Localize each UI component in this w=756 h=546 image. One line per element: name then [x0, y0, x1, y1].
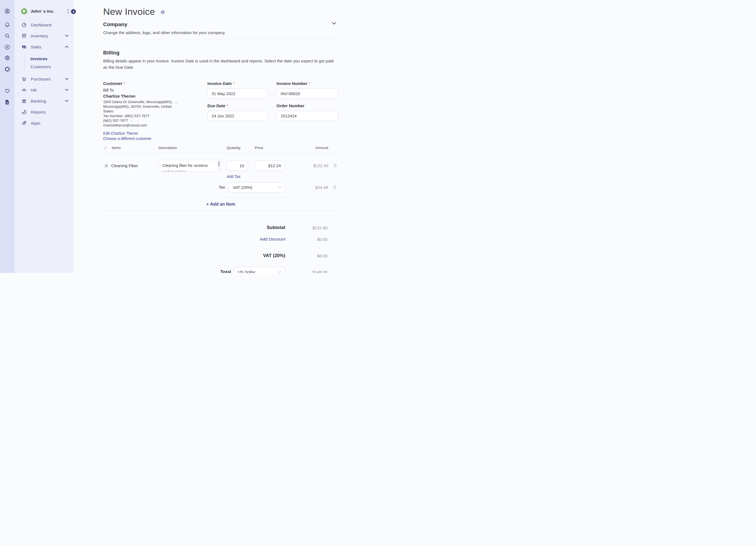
settings-gear-icon[interactable]	[4, 55, 10, 61]
user-profile-icon[interactable]	[4, 8, 10, 14]
delete-item-trash-icon[interactable]	[333, 163, 338, 168]
chevron-up-icon	[65, 46, 69, 48]
amount-column-header: Amount	[315, 146, 328, 150]
tax-amount: $24.48	[315, 182, 328, 193]
due-date-input[interactable]	[207, 111, 268, 121]
billing-section-description: Billing details appear in your invoice. …	[103, 58, 338, 70]
delete-tax-trash-icon[interactable]	[333, 185, 337, 190]
invoice-number-input[interactable]	[276, 89, 338, 99]
item-price-input[interactable]	[255, 161, 285, 171]
dashboard-gauge-icon	[21, 22, 27, 28]
due-date-label: Due Date	[207, 103, 225, 108]
totals-section: Subtotal $122.40 Add Discount $0.00 VAT …	[103, 225, 338, 273]
currency-select-value: US Dollar	[238, 267, 255, 273]
item-name[interactable]: Cleaning Fiber	[111, 160, 138, 172]
subtotal-row: Subtotal $122.40	[103, 225, 338, 232]
company-switcher-icon[interactable]	[67, 9, 70, 14]
page-title: New Invoice	[103, 6, 155, 17]
divider	[103, 40, 338, 40]
sidebar-item-sales[interactable]: Sales	[15, 41, 73, 52]
item-quantity-input[interactable]	[227, 161, 248, 171]
customer-label: Customer	[103, 81, 122, 86]
company-selector[interactable]: John' s Inc.	[21, 8, 70, 15]
sidebar-item-label: Sales	[31, 45, 42, 49]
sidebar-item-reports[interactable]: Reports	[15, 106, 73, 117]
required-asterisk: *	[309, 81, 310, 86]
notifications-bell-icon[interactable]	[4, 22, 10, 28]
document-icon[interactable]	[4, 99, 10, 105]
item-amount: $122.40	[313, 160, 328, 172]
company-section-chevron-down-icon[interactable]	[332, 22, 336, 25]
sidebar-item-label: HR	[31, 88, 37, 92]
apps-rocket-icon	[21, 120, 27, 126]
sidebar-item-inventory[interactable]: Inventory	[15, 30, 73, 41]
customer-email: charlizetheron@icloud.com	[103, 123, 207, 128]
favorites-heart-icon[interactable]	[4, 88, 10, 94]
description-column-header: Description	[158, 146, 177, 150]
banking-bank-icon	[21, 98, 27, 104]
company-logo-icon	[21, 8, 28, 15]
divider	[103, 75, 338, 75]
sidebar-collapse-button[interactable]	[71, 9, 76, 14]
company-section-title: Company	[103, 21, 338, 28]
sidebar-item-apps[interactable]: Apps	[15, 117, 73, 128]
sidebar-item-invoices[interactable]: Invoices	[15, 55, 73, 63]
reports-pie-icon	[21, 109, 27, 115]
sidebar-item-banking[interactable]: Banking	[15, 95, 73, 106]
total-value: $146.88	[313, 270, 327, 273]
divider	[103, 210, 338, 211]
sidebar-item-label: Dashboard	[31, 23, 51, 27]
invoice-date-input[interactable]	[207, 89, 268, 99]
drag-list-icon[interactable]	[104, 163, 109, 168]
chevron-down-icon	[65, 100, 69, 102]
customer-tax-number: Tax Number: (662) 537-7677	[103, 114, 207, 118]
invoice-number-label: Invoice Number	[276, 81, 308, 86]
customer-name: Charlize Theron	[103, 94, 207, 99]
scrollbar-thumb[interactable]	[218, 161, 220, 166]
sidebar-item-label: Invoices	[31, 56, 48, 61]
sidebar-item-purchases[interactable]: Purchases	[15, 73, 73, 84]
order-number-input[interactable]	[276, 111, 338, 121]
sidebar-item-label: Inventory	[31, 34, 48, 38]
sidebar-item-label: Purchases	[31, 77, 51, 81]
edit-customer-link[interactable]: Edit Charlize Theron	[103, 131, 207, 136]
item-description-text: Cleaning fiber for screens and monitors	[162, 163, 208, 172]
add-tax-link[interactable]: Add Tax	[227, 174, 240, 179]
sidebar-item-label: Banking	[31, 99, 46, 103]
add-discount-link[interactable]: Add Discount	[260, 237, 285, 242]
billing-section-title: Billing	[103, 50, 338, 56]
help-life-ring-icon[interactable]	[4, 66, 10, 72]
add-plus-circle-icon[interactable]	[4, 44, 10, 50]
item-description-textarea[interactable]: Cleaning fiber for screens and monitors	[158, 160, 221, 172]
sidebar-item-customers[interactable]: Customers	[15, 63, 73, 71]
main-content: New Invoice Company Change the address, …	[73, 0, 378, 273]
company-name: John' s Inc.	[31, 9, 64, 14]
price-column-header: Price	[255, 146, 263, 150]
sidebar-item-dashboard[interactable]: Dashboard	[15, 19, 73, 30]
favorite-star-icon[interactable]	[160, 9, 166, 15]
currency-select[interactable]: US Dollar	[233, 267, 285, 273]
sales-submenu: Invoices Customers	[15, 52, 73, 73]
tax-select[interactable]: VAT (20%)	[228, 182, 285, 193]
order-number-field: Order Number	[276, 103, 338, 121]
divider	[103, 153, 338, 153]
sidebar-item-label: Customers	[31, 64, 51, 69]
chevron-down-icon	[65, 89, 69, 91]
chevron-down-icon	[278, 271, 282, 273]
customer-phone: (662) 537-7677 -	[103, 118, 207, 123]
items-column-header: Items	[112, 146, 121, 150]
add-an-item-link[interactable]: + Add an Item	[206, 202, 235, 207]
purchases-cart-icon	[21, 76, 27, 82]
invoice-number-field: Invoice Number*	[276, 81, 338, 99]
required-asterisk: *	[124, 81, 125, 86]
billing-section: Billing Billing details appear in your i…	[103, 50, 338, 75]
search-icon[interactable]	[4, 33, 10, 39]
sidebar-item-hr[interactable]: HR	[15, 84, 73, 95]
discount-row: Add Discount $0.00	[103, 237, 338, 243]
vat-row: VAT (20%) $0.00	[103, 253, 338, 260]
order-number-label: Order Number	[276, 103, 305, 108]
sidebar-nav: Dashboard Inventory	[15, 19, 73, 128]
choose-different-customer-link[interactable]: Choose a different customer	[103, 136, 207, 141]
customer-block: Customer* Bill To Charlize Theron 1800 D…	[103, 81, 207, 141]
chevron-down-icon	[65, 78, 69, 80]
